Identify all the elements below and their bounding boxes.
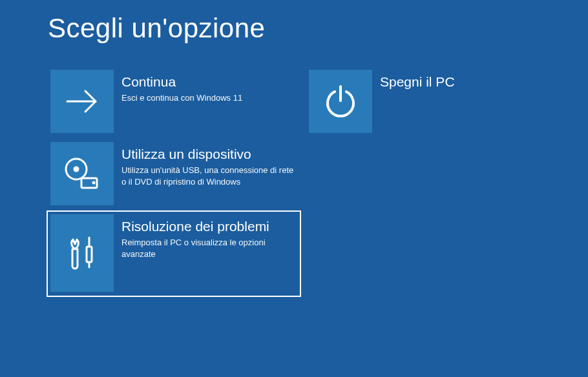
shutdown-tile[interactable]: Spegni il PC [306, 67, 540, 136]
troubleshoot-tile[interactable]: Risoluzione dei problemi Reimposta il PC… [48, 212, 300, 296]
page-title: Scegli un'opzione [48, 13, 540, 44]
device-disc-icon [50, 142, 114, 205]
tools-icon [50, 214, 114, 292]
svg-rect-7 [87, 247, 92, 262]
choose-option-screen: Scegli un'opzione Continua Esci e contin… [0, 0, 588, 309]
use-device-desc: Utilizza un'unità USB, una connessione d… [121, 165, 295, 187]
power-icon [309, 70, 372, 133]
use-device-title: Utilizza un dispositivo [121, 146, 295, 162]
svg-point-3 [74, 167, 78, 171]
row-1: Continua Esci e continua con Windows 11 [48, 67, 540, 136]
arrow-right-icon [50, 70, 114, 133]
continue-title: Continua [121, 74, 277, 90]
svg-point-5 [92, 181, 96, 185]
tile-grid: Continua Esci e continua con Windows 11 [48, 67, 540, 296]
troubleshoot-desc: Reimposta il PC o visualizza le opzioni … [121, 237, 295, 260]
troubleshoot-title: Risoluzione dei problemi [121, 218, 295, 234]
shutdown-title: Spegni il PC [380, 74, 535, 90]
use-device-tile[interactable]: Utilizza un dispositivo Utilizza un'unit… [48, 139, 300, 208]
continue-desc: Esci e continua con Windows 11 [121, 92, 277, 104]
row-2: Utilizza un dispositivo Utilizza un'unit… [48, 139, 540, 208]
continue-tile[interactable]: Continua Esci e continua con Windows 11 [48, 67, 282, 136]
row-3: Risoluzione dei problemi Reimposta il PC… [48, 212, 540, 296]
